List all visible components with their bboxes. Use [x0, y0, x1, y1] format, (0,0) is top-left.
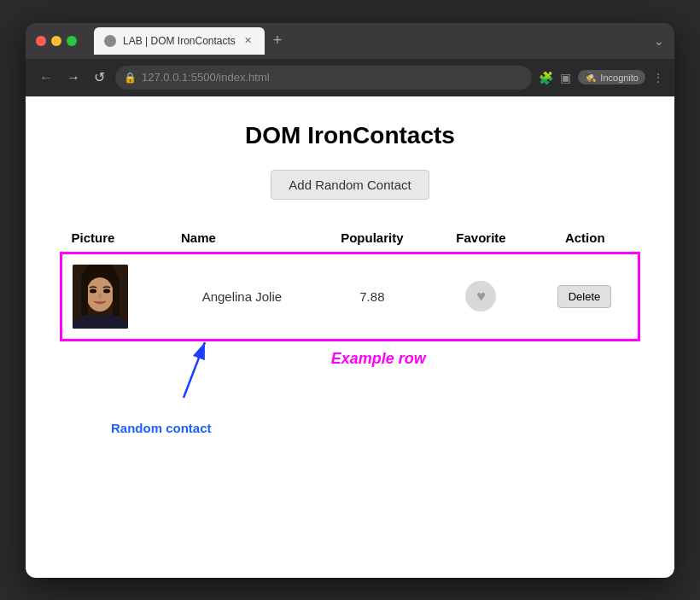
annotation-area: Example row Random contact [60, 341, 640, 452]
cell-action: Delete [531, 253, 639, 340]
table-header: Picture Name Popularity Favorite Action [61, 224, 639, 253]
traffic-lights [36, 36, 77, 46]
cell-picture [61, 253, 172, 340]
incognito-icon: 🕵 [585, 72, 597, 83]
col-header-picture: Picture [61, 224, 172, 253]
tab-title: LAB | DOM IronContacts [123, 35, 236, 47]
tab-close-button[interactable]: ✕ [242, 35, 254, 47]
delete-button[interactable]: Delete [557, 285, 612, 308]
sidebar-button[interactable]: ▣ [560, 71, 571, 84]
col-header-favorite: Favorite [431, 224, 531, 253]
favorite-button[interactable]: ♥ [465, 281, 496, 312]
add-button-container: Add Random Contact [60, 170, 640, 200]
cell-favorite: ♥ [431, 253, 531, 340]
url-path: /index.html [216, 71, 270, 84]
back-button[interactable]: ← [36, 67, 56, 89]
tab-favicon [104, 35, 116, 47]
svg-rect-4 [113, 277, 120, 316]
table-body: Angelina Jolie 7.88 ♥ Delete [61, 253, 639, 340]
svg-rect-3 [81, 277, 88, 316]
cell-popularity: 7.88 [313, 253, 431, 340]
title-bar-controls: ⌄ [654, 34, 664, 48]
svg-point-5 [90, 288, 96, 293]
cell-name: Angelina Jolie [171, 253, 313, 340]
svg-point-2 [86, 277, 114, 312]
page-content: DOM IronContacts Add Random Contact Pict… [26, 96, 674, 578]
contacts-table: Picture Name Popularity Favorite Action [60, 224, 640, 341]
example-row-label: Example row [331, 350, 426, 368]
browser-window: LAB | DOM IronContacts ✕ + ⌄ ← → ↺ 🔒 127… [26, 23, 674, 578]
page-title: DOM IronContacts [60, 122, 640, 149]
incognito-label: Incognito [600, 73, 639, 83]
header-row: Picture Name Popularity Favorite Action [61, 224, 639, 253]
incognito-badge: 🕵 Incognito [578, 70, 645, 84]
url-bar[interactable]: 🔒 127.0.0.1:5500/index.html [115, 66, 532, 90]
contact-avatar [73, 265, 128, 329]
close-button[interactable] [36, 36, 46, 46]
title-bar: LAB | DOM IronContacts ✕ + ⌄ [26, 23, 674, 59]
col-header-popularity: Popularity [313, 224, 431, 253]
maximize-button[interactable] [67, 36, 77, 46]
arrow-annotation [171, 334, 239, 405]
address-bar: ← → ↺ 🔒 127.0.0.1:5500/index.html 🧩 ▣ 🕵 … [26, 59, 674, 96]
col-header-name: Name [171, 224, 313, 253]
url-port: 5500 [191, 71, 216, 84]
new-tab-button[interactable]: + [268, 32, 288, 50]
active-tab[interactable]: LAB | DOM IronContacts ✕ [94, 27, 265, 55]
reload-button[interactable]: ↺ [90, 66, 108, 89]
svg-point-6 [103, 288, 110, 293]
forward-button[interactable]: → [63, 67, 84, 89]
lock-icon: 🔒 [124, 72, 137, 84]
tab-area: LAB | DOM IronContacts ✕ + [94, 27, 647, 55]
col-header-action: Action [531, 224, 639, 253]
menu-button[interactable]: ⋮ [652, 71, 664, 84]
heart-icon: ♥ [476, 288, 486, 306]
avatar-image [73, 265, 128, 329]
minimize-button[interactable] [51, 36, 61, 46]
url-text: 127.0.0.1:5500/index.html [142, 71, 270, 84]
extensions-button[interactable]: 🧩 [539, 71, 553, 84]
add-random-contact-button[interactable]: Add Random Contact [271, 170, 429, 200]
browser-actions: 🧩 ▣ 🕵 Incognito ⋮ [539, 70, 664, 84]
random-contact-label: Random contact [111, 421, 212, 435]
url-host: 127.0.0.1: [142, 71, 191, 84]
svg-line-8 [184, 342, 205, 398]
table-row: Angelina Jolie 7.88 ♥ Delete [61, 253, 639, 340]
